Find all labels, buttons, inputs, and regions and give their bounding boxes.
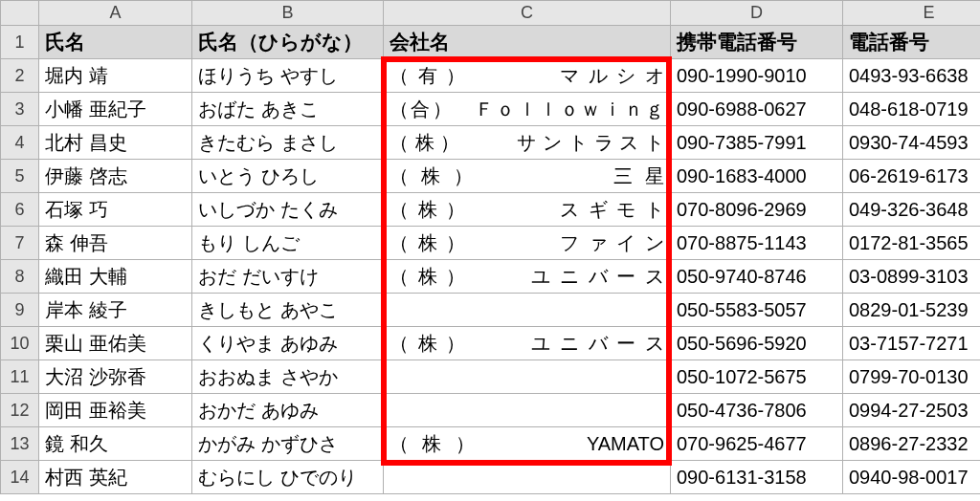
cell[interactable]: 06-2619-6173: [843, 160, 981, 193]
cell[interactable]: 0799-70-0130: [843, 360, 981, 394]
table-row: 9岸本 綾子きしもと あやこ050-5583-50570829-01-5239: [1, 294, 981, 327]
cell[interactable]: 伊藤 啓志: [39, 160, 192, 193]
table-row: 11大沼 沙弥香おおぬま さやか050-1072-56750799-70-013…: [1, 360, 981, 394]
cell[interactable]: 050-5696-5920: [671, 327, 843, 360]
field-header[interactable]: 携帯電話番号: [671, 26, 843, 59]
cell[interactable]: 村西 英紀: [39, 461, 192, 494]
cell[interactable]: おかだ あゆみ: [192, 394, 384, 427]
row-number[interactable]: 10: [1, 327, 39, 360]
field-header[interactable]: 氏名: [39, 26, 192, 59]
cell[interactable]: （株） YAMATO: [384, 427, 671, 461]
row-number[interactable]: 2: [1, 59, 39, 93]
cell[interactable]: きたむら まさし: [192, 126, 384, 160]
cell[interactable]: 鏡 和久: [39, 427, 192, 461]
cell[interactable]: 070-9625-4677: [671, 427, 843, 461]
cell[interactable]: 090-6988-0627: [671, 93, 843, 126]
cell[interactable]: 050-1072-5675: [671, 360, 843, 394]
cell[interactable]: 岡田 亜裕美: [39, 394, 192, 427]
cell[interactable]: [384, 360, 671, 394]
cell[interactable]: もり しんご: [192, 227, 384, 260]
row-number[interactable]: 13: [1, 427, 39, 461]
cell[interactable]: 0940-98-0017: [843, 461, 981, 494]
row-number[interactable]: 3: [1, 93, 39, 126]
row-number[interactable]: 7: [1, 227, 39, 260]
column-header-C[interactable]: C: [384, 1, 671, 26]
cell[interactable]: 0493-93-6638: [843, 59, 981, 93]
cell[interactable]: 小幡 亜紀子: [39, 93, 192, 126]
corner-cell[interactable]: [1, 1, 39, 26]
cell[interactable]: 栗山 亜佑美: [39, 327, 192, 360]
cell[interactable]: 090-7385-7991: [671, 126, 843, 160]
table-row: 12岡田 亜裕美おかだ あゆみ050-4736-78060994-27-2503: [1, 394, 981, 427]
field-header[interactable]: 会社名: [384, 26, 671, 59]
row-number[interactable]: 9: [1, 294, 39, 327]
grid[interactable]: ABCDE1氏名氏名（ひらがな）会社名携帯電話番号電話番号2堀内 靖ほりうち や…: [0, 0, 980, 494]
cell[interactable]: 0896-27-2332: [843, 427, 981, 461]
cell[interactable]: きしもと あやこ: [192, 294, 384, 327]
cell[interactable]: 北村 昌史: [39, 126, 192, 160]
table-row: 6石塚 巧いしづか たくみ（株） スギモト070-8096-2969049-32…: [1, 193, 981, 227]
cell[interactable]: 049-326-3648: [843, 193, 981, 227]
cell[interactable]: くりやま あゆみ: [192, 327, 384, 360]
cell[interactable]: 050-5583-5057: [671, 294, 843, 327]
cell[interactable]: おおぬま さやか: [192, 360, 384, 394]
cell[interactable]: （株） ユニバース: [384, 327, 671, 360]
column-header-B[interactable]: B: [192, 1, 384, 26]
cell[interactable]: 090-1990-9010: [671, 59, 843, 93]
cell[interactable]: 050-9740-8746: [671, 260, 843, 294]
cell[interactable]: 岸本 綾子: [39, 294, 192, 327]
column-header-E[interactable]: E: [843, 1, 981, 26]
cell[interactable]: （株） スギモト: [384, 193, 671, 227]
cell[interactable]: （株） 三星: [384, 160, 671, 193]
cell[interactable]: 03-0899-3103: [843, 260, 981, 294]
cell[interactable]: 0172-81-3565: [843, 227, 981, 260]
row-number[interactable]: 8: [1, 260, 39, 294]
cell[interactable]: いしづか たくみ: [192, 193, 384, 227]
column-header-A[interactable]: A: [39, 1, 192, 26]
cell[interactable]: 048-618-0719: [843, 93, 981, 126]
row-number[interactable]: 14: [1, 461, 39, 494]
spreadsheet[interactable]: ABCDE1氏名氏名（ひらがな）会社名携帯電話番号電話番号2堀内 靖ほりうち や…: [0, 0, 980, 501]
row-number[interactable]: 11: [1, 360, 39, 394]
cell[interactable]: 050-4736-7806: [671, 394, 843, 427]
cell[interactable]: 090-1683-4000: [671, 160, 843, 193]
cell[interactable]: いとう ひろし: [192, 160, 384, 193]
table-row: 5伊藤 啓志いとう ひろし（株） 三星090-1683-400006-2619-…: [1, 160, 981, 193]
cell[interactable]: 石塚 巧: [39, 193, 192, 227]
cell[interactable]: おだ だいすけ: [192, 260, 384, 294]
field-header[interactable]: 電話番号: [843, 26, 981, 59]
cell[interactable]: おばた あきこ: [192, 93, 384, 126]
row-number[interactable]: 12: [1, 394, 39, 427]
cell[interactable]: 堀内 靖: [39, 59, 192, 93]
cell[interactable]: [384, 294, 671, 327]
row-number[interactable]: 4: [1, 126, 39, 160]
cell[interactable]: 0829-01-5239: [843, 294, 981, 327]
cell[interactable]: ほりうち やすし: [192, 59, 384, 93]
cell[interactable]: 織田 大輔: [39, 260, 192, 294]
table-row: 8織田 大輔おだ だいすけ（株） ユニバース050-9740-874603-08…: [1, 260, 981, 294]
cell[interactable]: （株） ユニバース: [384, 260, 671, 294]
cell[interactable]: 大沼 沙弥香: [39, 360, 192, 394]
cell[interactable]: （株） サントラスト: [384, 126, 671, 160]
row-number[interactable]: 5: [1, 160, 39, 193]
row-number[interactable]: 6: [1, 193, 39, 227]
table-row: 4北村 昌史きたむら まさし（株） サントラスト090-7385-7991093…: [1, 126, 981, 160]
table-row: 13鏡 和久かがみ かずひさ（株） YAMATO070-9625-4677089…: [1, 427, 981, 461]
cell[interactable]: [384, 394, 671, 427]
field-header[interactable]: 氏名（ひらがな）: [192, 26, 384, 59]
column-header-D[interactable]: D: [671, 1, 843, 26]
cell[interactable]: 0994-27-2503: [843, 394, 981, 427]
cell[interactable]: 070-8096-2969: [671, 193, 843, 227]
cell[interactable]: かがみ かずひさ: [192, 427, 384, 461]
cell[interactable]: 070-8875-1143: [671, 227, 843, 260]
cell[interactable]: むらにし ひでのり: [192, 461, 384, 494]
row-number[interactable]: 1: [1, 26, 39, 59]
cell[interactable]: 森 伸吾: [39, 227, 192, 260]
cell[interactable]: （合） Ｆｏｌｌｏｗｉｎｇ: [384, 93, 671, 126]
cell[interactable]: （有） マルシオ: [384, 59, 671, 93]
cell[interactable]: 090-6131-3158: [671, 461, 843, 494]
cell[interactable]: [384, 461, 671, 494]
cell[interactable]: 0930-74-4593: [843, 126, 981, 160]
cell[interactable]: 03-7157-7271: [843, 327, 981, 360]
cell[interactable]: （株） ファイン: [384, 227, 671, 260]
